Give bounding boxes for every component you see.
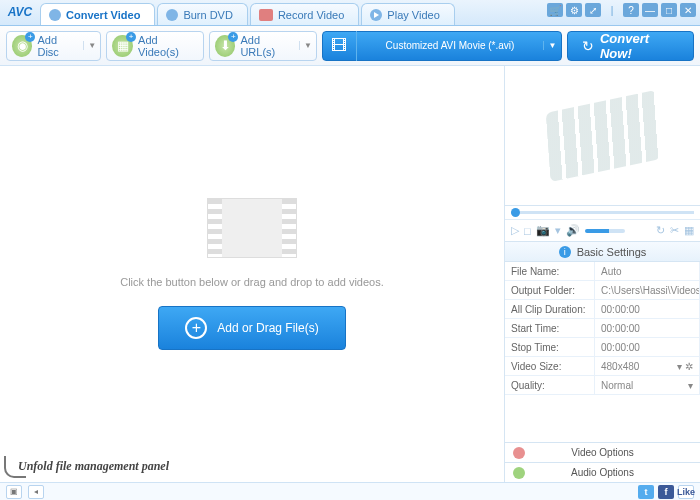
chevron-down-icon[interactable]: ▾ [555, 224, 561, 237]
row-label: Video Options [571, 447, 634, 458]
disc-add-icon: ◉ [12, 35, 32, 57]
label-start-time: Start Time: [505, 319, 595, 338]
button-label: Add or Drag File(s) [217, 321, 318, 335]
value-file-name[interactable]: Auto [595, 262, 700, 281]
volume-slider[interactable] [585, 229, 625, 233]
convert-icon [49, 9, 61, 21]
minimize-button[interactable]: — [642, 3, 658, 17]
convert-now-button[interactable]: Convert Now! [567, 31, 694, 61]
play-icon [370, 9, 382, 21]
basic-settings-header: iBasic Settings [505, 242, 700, 262]
label-all-clip-duration: All Clip Duration: [505, 300, 595, 319]
button-label: Add URL(s) [240, 34, 294, 58]
film-placeholder-icon [207, 198, 297, 258]
record-icon [259, 9, 273, 21]
chevron-down-icon[interactable]: ▼ [83, 41, 95, 50]
tab-convert-video[interactable]: Convert Video [40, 3, 155, 25]
plus-icon: + [185, 317, 207, 339]
crop-icon[interactable]: ▦ [684, 224, 694, 237]
like-button[interactable]: Like [678, 485, 694, 499]
play-icon[interactable]: ▷ [511, 224, 519, 237]
tab-label: Convert Video [66, 9, 140, 21]
expand-icon[interactable]: ⤢ [585, 3, 601, 17]
help-icon[interactable]: ? [623, 3, 639, 17]
panel-toggle-button[interactable]: ▣ [6, 485, 22, 499]
tab-label: Record Video [278, 9, 344, 21]
drop-hint: Click the button below or drag and drop … [120, 276, 384, 288]
value-output-folder[interactable]: C:\Users\Hassi\Videos\... [595, 281, 700, 300]
label-output-folder: Output Folder: [505, 281, 595, 300]
side-panel: ▷ □ 📷 ▾ 🔊 ↻ ✂ ▦ iBasic Settings File Nam… [505, 66, 700, 482]
tab-strip: AVC Convert Video Burn DVD Record Video … [0, 0, 700, 26]
separator: | [604, 3, 620, 17]
video-add-icon: ▦ [112, 35, 133, 57]
drop-zone[interactable]: Click the button below or drag and drop … [0, 66, 505, 482]
add-or-drag-files-button[interactable]: +Add or Drag File(s) [158, 306, 345, 350]
cut-icon[interactable]: ✂ [670, 224, 679, 237]
chevron-down-icon[interactable]: ▼ [299, 41, 311, 50]
cart-icon[interactable]: 🛒 [547, 3, 563, 17]
main-area: Click the button below or drag and drop … [0, 66, 700, 482]
stop-icon[interactable]: □ [524, 225, 531, 237]
label-quality: Quality: [505, 376, 595, 395]
clip-placeholder-icon [545, 89, 660, 181]
row-label: Audio Options [571, 467, 634, 478]
gear-icon[interactable]: ✲ [685, 361, 693, 372]
window-controls: 🛒 ⚙ ⤢ | ? — □ ✕ [547, 3, 696, 17]
video-dot-icon [513, 447, 525, 459]
value-all-clip-duration: 00:00:00 [595, 300, 700, 319]
facebook-icon[interactable]: f [658, 485, 674, 499]
button-label: Add Video(s) [138, 34, 198, 58]
chevron-down-icon[interactable]: ▾ [677, 361, 682, 372]
format-label: Customized AVI Movie (*.avi) [357, 40, 543, 51]
unfold-panel-label: Unfold file management panel [18, 459, 169, 474]
value-video-size[interactable]: 480x480▾ ✲ [595, 357, 700, 376]
gear-icon[interactable]: ⚙ [566, 3, 582, 17]
value-quality[interactable]: Normal▾ [595, 376, 700, 395]
value-stop-time[interactable]: 00:00:00 [595, 338, 700, 357]
player-controls: ▷ □ 📷 ▾ 🔊 ↻ ✂ ▦ [505, 220, 700, 242]
preview-pane [505, 66, 700, 206]
video-options-row[interactable]: Video Options [505, 442, 700, 462]
collapse-button[interactable]: ◂ [28, 485, 44, 499]
toolbar: ◉Add Disc▼ ▦Add Video(s) ⬇Add URL(s)▼ 🎞 … [0, 26, 700, 66]
output-format-selector[interactable]: 🎞 Customized AVI Movie (*.avi) ▼ [322, 31, 562, 61]
snapshot-icon[interactable]: 📷 [536, 224, 550, 237]
add-videos-button[interactable]: ▦Add Video(s) [106, 31, 204, 61]
close-button[interactable]: ✕ [680, 3, 696, 17]
twitter-icon[interactable]: t [638, 485, 654, 499]
info-icon: i [559, 246, 571, 258]
tab-burn-dvd[interactable]: Burn DVD [157, 3, 248, 25]
add-urls-button[interactable]: ⬇Add URL(s)▼ [209, 31, 317, 61]
seek-bar[interactable] [505, 206, 700, 220]
chevron-down-icon[interactable]: ▾ [688, 380, 693, 391]
header-label: Basic Settings [577, 246, 647, 258]
label-video-size: Video Size: [505, 357, 595, 376]
chevron-down-icon[interactable]: ▼ [543, 41, 561, 50]
film-icon: 🎞 [323, 31, 357, 61]
settings-grid: File Name:Auto Output Folder:C:\Users\Ha… [505, 262, 700, 395]
disc-icon [166, 9, 178, 21]
audio-options-row[interactable]: Audio Options [505, 462, 700, 482]
button-label: Add Disc [37, 34, 78, 58]
button-label: Convert Now! [600, 31, 679, 61]
url-add-icon: ⬇ [215, 35, 236, 57]
label-stop-time: Stop Time: [505, 338, 595, 357]
maximize-button[interactable]: □ [661, 3, 677, 17]
label-file-name: File Name: [505, 262, 595, 281]
volume-icon[interactable]: 🔊 [566, 224, 580, 237]
add-disc-button[interactable]: ◉Add Disc▼ [6, 31, 101, 61]
rotate-icon[interactable]: ↻ [656, 224, 665, 237]
value-start-time[interactable]: 00:00:00 [595, 319, 700, 338]
app-logo: AVC [0, 0, 40, 25]
audio-dot-icon [513, 467, 525, 479]
tab-label: Play Video [387, 9, 439, 21]
social-buttons: t f Like [638, 485, 694, 499]
tab-play-video[interactable]: Play Video [361, 3, 454, 25]
tab-label: Burn DVD [183, 9, 233, 21]
tab-record-video[interactable]: Record Video [250, 3, 359, 25]
status-bar: ▣ ◂ t f Like [0, 482, 700, 500]
